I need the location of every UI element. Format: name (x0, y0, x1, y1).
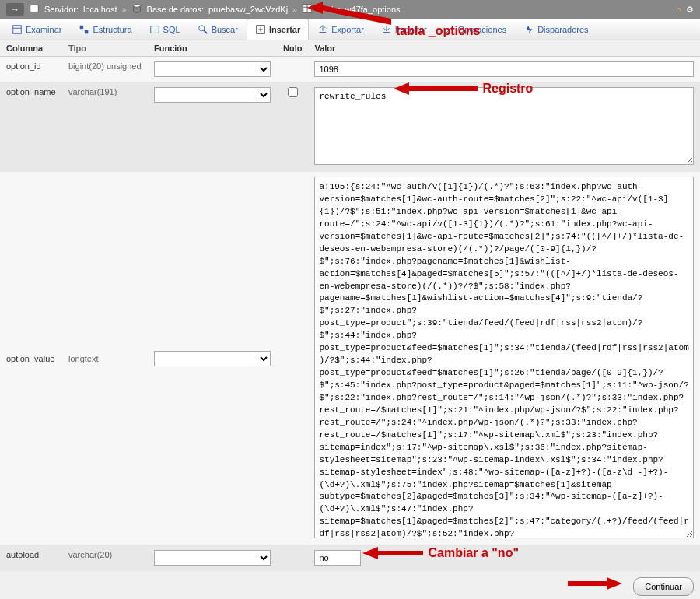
server-name[interactable]: localhost (83, 5, 117, 14)
svg-rect-8 (80, 26, 83, 29)
row-option-id: option_id bigint(20) unsigned (0, 57, 700, 82)
null-checkbox[interactable] (288, 87, 298, 97)
tab-disparadores[interactable]: Disparadores (515, 19, 597, 40)
field-name: option_id (0, 57, 62, 82)
annotation-cambiar: Cambiar a "no" (362, 545, 519, 561)
field-type: varchar(20) (62, 545, 148, 571)
annotation-continuar-arrow (568, 576, 622, 591)
function-select[interactable] (154, 351, 271, 366)
svg-point-11 (198, 26, 204, 31)
field-type: bigint(20) unsigned (62, 57, 148, 82)
server-label: Servidor: (44, 5, 79, 14)
header-nulo: Nulo (277, 40, 308, 57)
svg-rect-6 (13, 26, 22, 34)
database-icon (131, 3, 142, 16)
db-name[interactable]: pruebasw_2wcVzdKj (208, 5, 288, 14)
separator: » (121, 5, 126, 14)
table-name[interactable]: w47fa_options (345, 5, 401, 14)
header-columna: Columna (0, 40, 62, 57)
tab-operaciones[interactable]: Operaciones (436, 19, 515, 40)
header-funcion: Función (148, 40, 277, 57)
svg-marker-16 (527, 26, 533, 34)
table-icon (302, 3, 313, 16)
function-select[interactable] (154, 550, 271, 566)
option-value-textarea[interactable] (314, 177, 694, 538)
gear-icon[interactable]: ⚙ (686, 5, 694, 15)
field-type: longtext (62, 172, 148, 545)
footer: Continuar (0, 571, 700, 599)
table-label: Tabla: (317, 5, 340, 14)
svg-line-12 (204, 30, 207, 33)
field-type: varchar(191) (62, 82, 148, 172)
separator: » (292, 5, 297, 14)
option-name-textarea[interactable] (314, 87, 694, 165)
function-select[interactable] (154, 61, 271, 77)
tab-exportar[interactable]: Exportar (309, 19, 373, 40)
autoload-input[interactable] (314, 550, 361, 566)
field-name: autoload (0, 545, 62, 571)
tab-importar[interactable]: Importar (373, 19, 436, 40)
edit-form-table: Columna Tipo Función Nulo Valor option_i… (0, 40, 700, 571)
server-icon (29, 3, 40, 16)
field-name: option_value (0, 172, 62, 545)
option-id-input[interactable] (314, 61, 694, 77)
svg-marker-18 (362, 547, 423, 559)
svg-rect-0 (30, 5, 39, 12)
header-tipo: Tipo (62, 40, 148, 57)
row-option-value: option_value longtext (0, 172, 700, 545)
svg-point-1 (133, 5, 140, 8)
back-icon[interactable]: → (6, 3, 24, 16)
tab-buscar[interactable]: Buscar (189, 19, 247, 40)
home-icon[interactable]: ⌂ (676, 5, 681, 15)
svg-rect-9 (85, 30, 88, 33)
tab-insertar[interactable]: Insertar (247, 19, 309, 40)
function-select[interactable] (154, 87, 271, 103)
svg-rect-10 (150, 26, 159, 33)
header-valor: Valor (308, 40, 700, 57)
tab-sql[interactable]: SQL (141, 19, 189, 40)
tab-examinar[interactable]: Examinar (3, 19, 70, 40)
svg-marker-19 (568, 577, 622, 590)
row-option-name: option_name varchar(191) Registro (0, 82, 700, 172)
breadcrumb: → Servidor: localhost » Base de datos: p… (0, 0, 700, 19)
field-name: option_name (0, 82, 62, 172)
tab-estructura[interactable]: Estructura (70, 19, 140, 40)
db-label: Base de datos: (147, 5, 204, 14)
continuar-button[interactable]: Continuar (633, 577, 694, 596)
row-autoload: autoload varchar(20) Cambiar a "no" (0, 545, 700, 571)
tabs: Examinar Estructura SQL Buscar Insertar … (0, 19, 700, 40)
